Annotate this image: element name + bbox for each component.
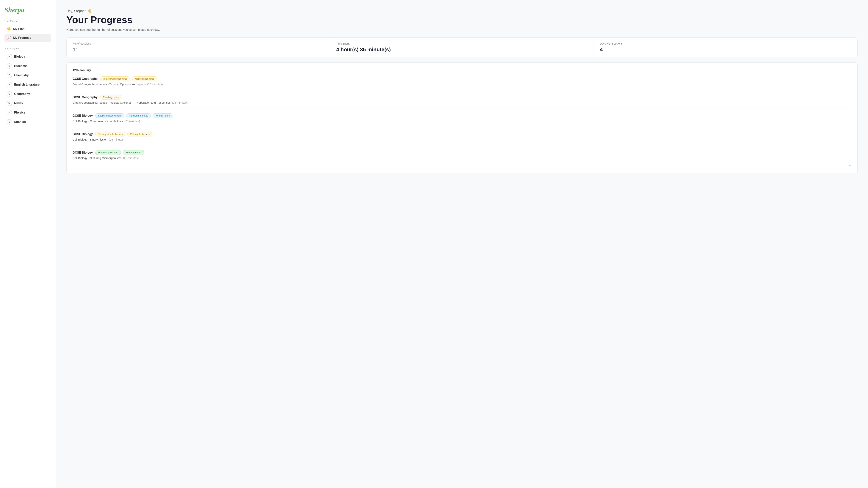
subject-badge-physics: P: [7, 110, 12, 115]
sessions-label: No. of Sessions: [72, 42, 324, 45]
subject-badge-spanish: S: [7, 119, 12, 125]
subject-label-physics: Physics: [14, 111, 25, 114]
session-subject: GCSE Biology: [72, 133, 93, 136]
session-subject: GCSE Geography: [72, 96, 97, 99]
session-tag: Highlighting notes: [126, 113, 151, 118]
greeting: Hey, Stephen 👋: [66, 9, 858, 13]
session-description: Global Geographical Issues - Tropical Cy…: [72, 83, 851, 86]
subtitle: Here, you can see the number of sessions…: [66, 28, 858, 32]
sessions-stat: No. of Sessions 11: [67, 38, 330, 57]
main-content: Hey, Stephen 👋 Your Progress Here, you c…: [56, 0, 868, 488]
sidebar-item-my-progress[interactable]: 📈 My Progress: [4, 34, 51, 42]
days-value: 4: [600, 46, 851, 53]
subject-badge-chemistry: C: [7, 73, 12, 78]
subject-label-english-literature: English Literature: [14, 83, 39, 86]
subject-label-biology: Biology: [14, 55, 25, 58]
sessions-card: 12th January GCSE Geography Testing with…: [66, 62, 858, 173]
sidebar-item-label: My Progress: [13, 36, 31, 39]
session-description: Cell Biology - Chromosomes and Mitosis (…: [72, 120, 851, 123]
session-header: GCSE Biology Testing with flashcardsMaki…: [72, 132, 851, 136]
stats-box: No. of Sessions 11 Time Spent 4 hour(s) …: [66, 37, 858, 57]
subject-badge-geography: G: [7, 91, 12, 97]
session-time: (25 minutes): [147, 83, 163, 86]
session-time: (25 minutes): [123, 156, 138, 160]
logo[interactable]: Sherpa: [4, 6, 51, 14]
subject-badge-english-literature: E: [7, 82, 12, 87]
planner-nav: ☀️ My Plan 📈 My Progress: [4, 25, 51, 42]
session-description: Cell Biology - Binary Fission (25 minute…: [72, 138, 851, 141]
sun-icon: ☀️: [7, 27, 11, 31]
subject-badge-biology: B: [7, 54, 12, 59]
days-stat: Days with Sessions 4: [594, 38, 857, 57]
session-subject: GCSE Biology: [72, 114, 93, 118]
session-header: GCSE Biology Practice questionsReading n…: [72, 150, 851, 155]
session-tag: Practice questions: [95, 150, 121, 155]
sidebar-item-chemistry[interactable]: C Chemistry: [4, 71, 51, 80]
sessions-value: 11: [72, 46, 324, 53]
chart-icon: 📈: [7, 36, 11, 40]
session-time: (25 minutes): [109, 138, 124, 141]
session-description: Global Geographical Issues - Tropical Cy…: [72, 101, 851, 104]
session-header: GCSE Geography Testing with flashcardsMa…: [72, 76, 851, 81]
session-entry: GCSE Biology Testing with flashcardsMaki…: [72, 132, 851, 146]
sidebar-item-my-plan[interactable]: ☀️ My Plan: [4, 25, 51, 33]
days-label: Days with Sessions: [600, 42, 851, 45]
session-tag: Making flashcards: [127, 132, 152, 136]
session-tag: Making flashcards: [132, 76, 157, 81]
sidebar: Sherpa Your Planner ☀️ My Plan 📈 My Prog…: [0, 0, 56, 488]
session-entry: GCSE Biology Practice questionsReading n…: [72, 150, 851, 160]
subject-label-chemistry: Chemistry: [14, 74, 29, 77]
session-entry: GCSE Geography Testing with flashcardsMa…: [72, 76, 851, 90]
session-entry: GCSE Biology Learning new contentHighlig…: [72, 113, 851, 127]
subject-badge-maths: M: [7, 101, 12, 106]
subjects-list: B Biology B Business C Chemistry E Engli…: [4, 52, 51, 126]
time-value: 4 hour(s) 35 minute(s): [336, 46, 588, 53]
session-subject: GCSE Biology: [72, 151, 93, 154]
subject-badge-business: B: [7, 63, 12, 69]
session-description: Cell Biology - Culturing Microorganisms …: [72, 156, 851, 160]
session-header: GCSE Biology Learning new contentHighlig…: [72, 113, 851, 118]
sidebar-item-maths[interactable]: M Maths: [4, 99, 51, 108]
session-time: (25 minutes): [124, 120, 140, 123]
session-subject: GCSE Geography: [72, 77, 97, 80]
session-tag: Writing notes: [153, 113, 173, 118]
sidebar-item-physics[interactable]: P Physics: [4, 108, 51, 117]
subject-label-maths: Maths: [14, 102, 23, 105]
session-header: GCSE Geography Reading notes: [72, 95, 851, 100]
page-title: Your Progress: [66, 14, 858, 25]
session-entry: GCSE Geography Reading notes Global Geog…: [72, 95, 851, 109]
session-tag: Learning new content: [95, 113, 124, 118]
subjects-label: Your Subjects: [4, 47, 51, 50]
sessions-date: 12th January: [72, 69, 851, 72]
sidebar-item-biology[interactable]: B Biology: [4, 52, 51, 61]
session-tag: Reading notes: [100, 95, 121, 100]
subject-label-spanish: Spanish: [14, 120, 26, 124]
sidebar-item-geography[interactable]: G Geography: [4, 90, 51, 98]
sidebar-item-business[interactable]: B Business: [4, 62, 51, 70]
sidebar-item-spanish[interactable]: S Spanish: [4, 118, 51, 126]
sidebar-item-label: My Plan: [13, 27, 25, 31]
sidebar-item-english-literature[interactable]: E English Literature: [4, 80, 51, 89]
sessions-list: GCSE Geography Testing with flashcardsMa…: [72, 76, 851, 160]
session-tag: Testing with flashcards: [95, 132, 125, 136]
session-tag: Reading notes: [123, 150, 144, 155]
session-tag: Testing with flashcards: [100, 76, 130, 81]
time-stat: Time Spent 4 hour(s) 35 minute(s): [330, 38, 594, 57]
time-label: Time Spent: [336, 42, 588, 45]
subject-label-business: Business: [14, 64, 27, 68]
planner-label: Your Planner: [4, 20, 51, 23]
session-time: (25 minutes): [172, 101, 188, 104]
subject-label-geography: Geography: [14, 92, 30, 96]
expand-icon[interactable]: ⌄: [72, 163, 851, 167]
